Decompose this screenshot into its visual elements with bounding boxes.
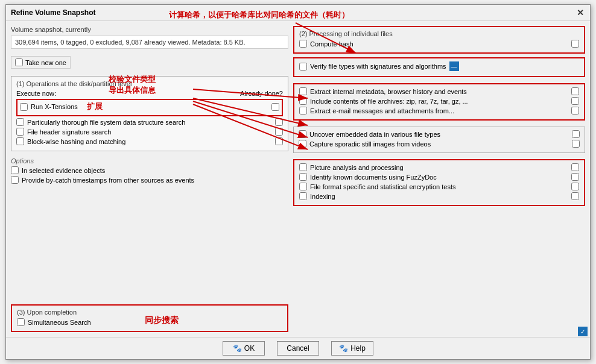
compute-hash-checkbox[interactable] (299, 40, 307, 48)
thorough-done-checkbox[interactable] (275, 118, 283, 126)
titlebar: Refine Volume Snapshot 计算哈希，以便于哈希库比对同哈希的… (6, 5, 590, 21)
encryption-tests-label: File format specific and statistical enc… (310, 183, 455, 190)
annotation-hash: 计算哈希，以便于哈希库比对同哈希的文件（耗时） (169, 10, 349, 20)
run-xtensions-checkbox[interactable] (20, 103, 28, 111)
capture-images-label: Capture sporadic still images from video… (309, 140, 431, 148)
help-icon: 🐾 (339, 344, 348, 353)
ok-button[interactable]: 🐾 OK (223, 341, 265, 356)
verify-box: Verify file types with signatures and al… (293, 57, 585, 77)
options-section: Options In selected evidence objects Pro… (11, 157, 288, 186)
take-new-label[interactable]: Take new one (11, 56, 71, 69)
verify-checkbox[interactable] (299, 63, 307, 71)
simultaneous-search-checkbox[interactable] (17, 318, 25, 326)
picture-analysis-done-checkbox[interactable] (571, 163, 579, 171)
fuzzydoc-done-checkbox[interactable] (571, 173, 579, 181)
picture-analysis-checkbox[interactable] (299, 163, 307, 171)
extract-email-row: Extract e-mail messages and attachments … (299, 107, 579, 115)
encryption-tests-checkbox[interactable] (299, 183, 307, 190)
indexing-label: Indexing (310, 193, 335, 200)
by-catch-row: Provide by-catch timestamps from other s… (11, 176, 288, 184)
uncover-checkbox[interactable] (299, 130, 306, 138)
picture-analysis-row: Picture analysis and processing (299, 163, 579, 171)
file-header-row: File header signature search (16, 128, 283, 136)
block-hashing-checkbox[interactable] (16, 137, 24, 145)
encryption-done-checkbox[interactable] (571, 183, 579, 190)
capture-images-done-checkbox[interactable] (572, 140, 580, 148)
block-hashing-row: Block-wise hashing and matching (16, 137, 283, 145)
capture-images-checkbox[interactable] (299, 140, 306, 148)
left-panel: Volume snapshot, currently 309,694 items… (11, 26, 288, 332)
thorough-search-checkbox[interactable] (16, 118, 24, 126)
include-archives-label: Include contents of file archives: zip, … (310, 98, 468, 105)
picture-analysis-label: Picture analysis and processing (310, 164, 404, 171)
file-header-label: File header signature search (27, 128, 111, 136)
ok-icon: 🐾 (233, 344, 242, 353)
take-new-text: Take new one (25, 59, 66, 66)
annotation-sync: 同步搜索 (145, 315, 179, 326)
operations-section: (1) Operations at the disk/partition lev… (11, 76, 288, 151)
uncover-label: Uncover embedded data in various file ty… (309, 131, 440, 138)
by-catch-checkbox[interactable] (11, 176, 19, 184)
uncover-row: Uncover embedded data in various file ty… (299, 130, 580, 138)
include-archives-row: Include contents of file archives: zip, … (299, 97, 579, 105)
compute-hash-row: Compute hash (299, 40, 579, 48)
include-archives-checkbox[interactable] (299, 97, 307, 105)
fuzzydoc-checkbox[interactable] (299, 173, 307, 181)
extract-email-label: Extract e-mail messages and attachments … (310, 107, 454, 115)
file-header-checkbox[interactable] (16, 128, 24, 136)
block-hashing-done-checkbox[interactable] (275, 137, 283, 145)
operations-title: (1) Operations at the disk/partition lev… (16, 80, 283, 87)
extract-metadata-done-checkbox[interactable] (571, 87, 579, 95)
indexing-done-checkbox[interactable] (571, 192, 579, 200)
run-xtensions-row: Run X-Tensions 扩展 (20, 101, 279, 112)
capture-images-row: Capture sporadic still images from video… (299, 140, 580, 148)
cancel-label: Cancel (287, 344, 309, 353)
uncover-done-checkbox[interactable] (572, 130, 580, 138)
snapshot-info: 309,694 items, 0 tagged, 0 excluded, 9,0… (11, 36, 288, 49)
snapshot-title: Volume snapshot, currently (11, 26, 288, 33)
extract-email-checkbox[interactable] (299, 107, 307, 115)
completion-container: (3) Upon completion Simultaneous Search … (11, 304, 288, 332)
selected-evidence-checkbox[interactable] (11, 166, 19, 174)
cancel-button[interactable]: Cancel (277, 341, 319, 356)
selected-evidence-label: In selected evidence objects (22, 167, 105, 174)
extract-box: Extract internal metadata, browser histo… (293, 83, 585, 121)
dialog-title: Refine Volume Snapshot (11, 8, 95, 17)
already-done-label: Already done? (240, 90, 283, 97)
encryption-tests-row: File format specific and statistical enc… (299, 183, 579, 190)
compute-hash-done-checkbox[interactable] (571, 40, 579, 48)
extract-email-done-checkbox[interactable] (571, 107, 579, 115)
annotation-extend: 扩展 (87, 101, 103, 112)
help-label: Help (350, 344, 366, 353)
extract-metadata-checkbox[interactable] (299, 87, 307, 95)
thorough-search-label: Particularly thorough file system data s… (27, 119, 185, 126)
execute-now-label: Execute now: (16, 90, 56, 97)
fuzzydoc-row: Identify known documents using FuzZyDoc (299, 173, 579, 181)
selected-evidence-row: In selected evidence objects (11, 166, 288, 174)
include-archives-done-checkbox[interactable] (571, 97, 579, 105)
file-header-done-checkbox[interactable] (275, 128, 283, 136)
run-xtensions-done-checkbox[interactable] (271, 103, 279, 111)
block-hashing-label: Block-wise hashing and matching (27, 138, 125, 145)
run-xtensions-label: Run X-Tensions (31, 103, 78, 110)
dialog: Refine Volume Snapshot 计算哈希，以便于哈希库比对同哈希的… (5, 4, 591, 360)
uncover-box: Uncover embedded data in various file ty… (293, 127, 585, 153)
processing-title: (2) Processing of individual files (299, 30, 579, 37)
bottom-bar: 🐾 OK Cancel 🐾 Help (6, 337, 590, 359)
thorough-search-row: Particularly thorough file system data s… (16, 118, 283, 126)
completion-section: (3) Upon completion Simultaneous Search … (11, 304, 288, 332)
simultaneous-search-label: Simultaneous Search (28, 319, 91, 326)
indexing-checkbox[interactable] (299, 192, 307, 200)
verify-label: Verify file types with signatures and al… (310, 63, 446, 70)
indexing-row: Indexing (299, 192, 579, 200)
take-new-checkbox[interactable] (15, 58, 23, 66)
content-area: Volume snapshot, currently 309,694 items… (6, 21, 590, 337)
options-title: Options (11, 157, 288, 165)
by-catch-label: Provide by-catch timestamps from other s… (22, 177, 194, 184)
titlebar-title: Refine Volume Snapshot (11, 8, 95, 17)
close-button[interactable]: ✕ (575, 8, 585, 17)
verify-row: Verify file types with signatures and al… (299, 61, 579, 71)
take-new-container: Take new one (11, 56, 288, 69)
help-button[interactable]: 🐾 Help (331, 341, 373, 356)
extract-metadata-label: Extract internal metadata, browser histo… (310, 88, 467, 95)
